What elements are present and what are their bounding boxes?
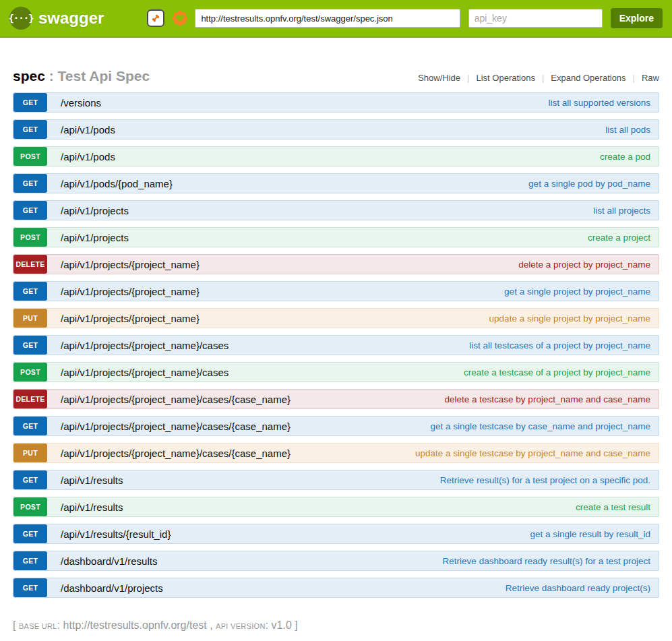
endpoint-row[interactable]: GET /versions list all supported version… [13, 92, 659, 113]
api-key-input[interactable] [468, 9, 603, 28]
endpoint-path[interactable]: /dashboard/v1/projects [61, 578, 163, 597]
endpoint-summary[interactable]: Retrieve result(s) for a test project on… [440, 470, 659, 489]
swagger-logo-icon: {···} [9, 7, 32, 30]
http-method-badge: GET [13, 93, 47, 112]
endpoint-summary[interactable]: get a single pod by pod_name [528, 174, 659, 193]
endpoint-row[interactable]: GET /api/v1/pods/{pod_name} get a single… [13, 173, 659, 193]
footer-colon: : [57, 619, 63, 631]
endpoint-path[interactable]: /api/v1/projects/{project_name}/cases/{c… [61, 417, 291, 435]
endpoint-path[interactable]: /api/v1/projects/{project_name}/cases [61, 363, 228, 381]
endpoint-row[interactable]: PUT /api/v1/projects/{project_name}/case… [13, 443, 659, 463]
http-method-badge: POST [13, 363, 47, 381]
show-hide-link[interactable]: Show/Hide [418, 73, 460, 83]
top-navbar: {···} swagger [0, 0, 672, 38]
endpoint-summary[interactable]: get a single result by result_id [530, 524, 659, 543]
endpoint-path[interactable]: /api/v1/projects [61, 201, 129, 220]
endpoint-row[interactable]: GET /api/v1/projects/{project_name}/case… [13, 416, 659, 436]
endpoint-path[interactable]: /api/v1/results [61, 497, 123, 516]
endpoint-summary[interactable]: update a single testcase by project_name… [415, 444, 659, 462]
endpoint-path[interactable]: /api/v1/results [61, 470, 123, 489]
http-method-badge: DELETE [13, 390, 47, 408]
http-method-badge: POST [13, 147, 47, 166]
endpoint-summary[interactable]: Retrieve dashboard ready project(s) [506, 578, 659, 597]
endpoint-summary[interactable]: create a project [588, 228, 659, 247]
endpoint-row[interactable]: GET /dashboard/v1/projects Retrieve dash… [13, 578, 659, 598]
endpoint-row[interactable]: POST /api/v1/results create a test resul… [13, 497, 659, 517]
endpoint-row[interactable]: PUT /api/v1/projects/{project_name} upda… [13, 308, 659, 328]
http-method-badge: GET [13, 282, 47, 301]
endpoint-summary[interactable]: list all supported versions [548, 93, 659, 112]
endpoint-path[interactable]: /api/v1/projects [61, 228, 129, 247]
endpoint-path[interactable]: /api/v1/results/{result_id} [61, 524, 171, 543]
endpoint-summary[interactable]: get a single testcase by case_name and p… [431, 417, 659, 435]
endpoint-summary[interactable]: list all testcases of a project by proje… [469, 336, 659, 355]
http-method-badge: GET [13, 201, 47, 220]
gear-heart-icon [171, 9, 189, 28]
endpoint-path[interactable]: /api/v1/pods [61, 120, 115, 139]
http-method-badge: GET [13, 120, 47, 139]
endpoint-row[interactable]: POST /api/v1/projects/{project_name}/cas… [13, 362, 659, 382]
endpoint-path[interactable]: /versions [61, 93, 101, 112]
endpoint-row[interactable]: DELETE /api/v1/projects/{project_name}/c… [13, 389, 659, 409]
endpoint-path[interactable]: /dashboard/v1/results [61, 551, 157, 570]
endpoint-path[interactable]: /api/v1/projects/{project_name} [61, 255, 200, 274]
endpoint-summary[interactable]: update a single project by project_name [489, 309, 659, 328]
endpoint-path[interactable]: /api/v1/projects/{project_name} [61, 282, 200, 301]
endpoint-row[interactable]: GET /api/v1/pods list all pods [13, 119, 659, 140]
endpoint-row[interactable]: GET /api/v1/projects/{project_name} get … [13, 281, 659, 301]
raw-link[interactable]: Raw [642, 73, 659, 83]
endpoint-row[interactable]: GET /api/v1/projects/{project_name}/case… [13, 335, 659, 355]
api-name: spec [13, 68, 45, 84]
http-method-badge: PUT [13, 444, 47, 462]
operations-toolbar: Show/Hide | List Operations | Expand Ope… [418, 73, 659, 84]
endpoint-summary[interactable]: create a pod [600, 147, 659, 166]
endpoint-summary[interactable]: create a testcase of a project by projec… [464, 363, 659, 381]
http-method-badge: GET [13, 470, 47, 489]
explore-button[interactable]: Explore [611, 8, 663, 28]
http-method-badge: POST [13, 228, 47, 247]
http-method-badge: GET [13, 578, 47, 597]
endpoint-path[interactable]: /api/v1/projects/{project_name}/cases/{c… [61, 390, 291, 408]
page-title: spec : Test Api Spec [13, 68, 150, 84]
endpoint-summary[interactable]: list all projects [593, 201, 659, 220]
endpoint-path[interactable]: /api/v1/projects/{project_name} [61, 309, 200, 328]
endpoint-row[interactable]: GET /api/v1/results Retrieve result(s) f… [13, 470, 659, 490]
api-description: Test Api Spec [58, 68, 150, 84]
http-method-badge: GET [13, 417, 47, 435]
http-method-badge: POST [13, 497, 47, 516]
endpoint-summary[interactable]: Retrieve dashboard ready result(s) for a… [443, 551, 659, 570]
http-method-badge: GET [13, 551, 47, 570]
endpoint-row[interactable]: DELETE /api/v1/projects/{project_name} d… [13, 254, 659, 274]
endpoint-path[interactable]: /api/v1/projects/{project_name}/cases/{c… [61, 444, 291, 462]
endpoint-row[interactable]: GET /api/v1/results/{result_id} get a si… [13, 524, 659, 544]
endpoint-row[interactable]: POST /api/v1/projects create a project [13, 227, 659, 247]
endpoint-summary[interactable]: delete a project by project_name [518, 255, 659, 274]
list-operations-link[interactable]: List Operations [476, 73, 534, 83]
footer-bracket: ] [292, 619, 298, 631]
bone-link-button[interactable] [147, 9, 164, 27]
endpoint-row[interactable]: GET /dashboard/v1/results Retrieve dashb… [13, 551, 659, 571]
toolbar-divider: | [467, 73, 469, 83]
endpoint-row[interactable]: POST /api/v1/pods create a pod [13, 146, 659, 166]
api-version-label: api version [216, 622, 266, 630]
http-method-badge: GET [13, 336, 47, 355]
endpoint-summary[interactable]: delete a testcase by project_name and ca… [445, 390, 659, 408]
endpoint-summary[interactable]: get a single project by project_name [504, 282, 659, 301]
endpoint-summary[interactable]: list all pods [605, 120, 659, 139]
bone-icon [150, 13, 161, 24]
api-version-value: v1.0 [272, 619, 292, 631]
footer-comma: , [207, 619, 216, 631]
endpoint-summary[interactable]: create a test result [576, 497, 659, 516]
spec-url-input[interactable] [195, 9, 460, 28]
toolbar-divider: | [633, 73, 635, 83]
base-url-label: base url [19, 622, 57, 630]
endpoint-path[interactable]: /api/v1/projects/{project_name}/cases [61, 336, 228, 355]
endpoint-list: GET /versions list all supported version… [0, 92, 672, 598]
footer-bracket: [ [13, 619, 19, 631]
endpoint-path[interactable]: /api/v1/pods/{pod_name} [61, 174, 173, 193]
endpoint-row[interactable]: GET /api/v1/projects list all projects [13, 200, 659, 220]
swagger-brand[interactable]: {···} swagger [9, 7, 104, 30]
endpoint-path[interactable]: /api/v1/pods [61, 147, 115, 166]
expand-operations-link[interactable]: Expand Operations [551, 73, 625, 83]
http-method-badge: PUT [13, 309, 47, 328]
